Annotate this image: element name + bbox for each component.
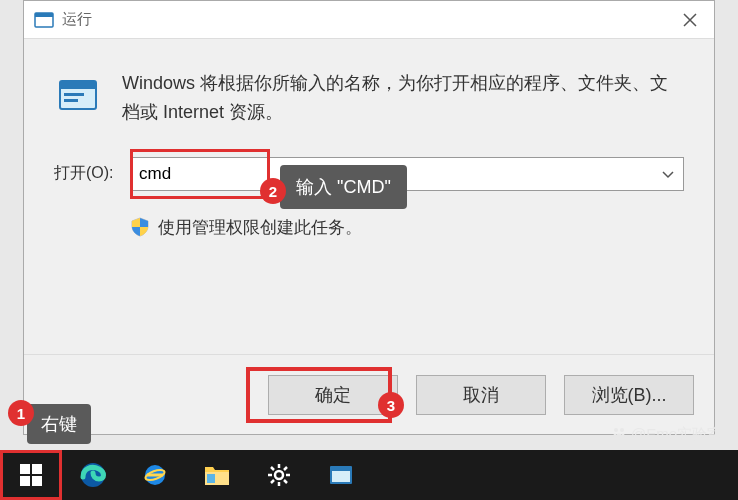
svg-line-26 <box>284 480 287 483</box>
run-dialog: 运行 Windows 将根据你所输入的名称，为你打开相应的程序、文件夹、文档或 … <box>23 0 715 435</box>
cancel-button[interactable]: 取消 <box>416 375 546 415</box>
svg-rect-11 <box>20 464 30 474</box>
annotation-badge-3: 3 <box>378 392 404 418</box>
titlebar: 运行 <box>24 1 714 39</box>
svg-rect-19 <box>207 474 215 483</box>
description-row: Windows 将根据你所输入的名称，为你打开相应的程序、文件夹、文档或 Int… <box>54 69 684 127</box>
watermark: @Emo实验室 <box>611 425 722 444</box>
svg-rect-3 <box>60 81 96 89</box>
ie-browser-icon[interactable] <box>124 450 186 500</box>
close-button[interactable] <box>666 1 714 39</box>
admin-note-text: 使用管理权限创建此任务。 <box>158 216 362 239</box>
svg-rect-13 <box>20 476 30 486</box>
svg-point-7 <box>620 428 624 432</box>
svg-rect-1 <box>35 13 53 17</box>
callout-input-cmd: 输入 "CMD" <box>280 165 407 209</box>
admin-note-row: 使用管理权限创建此任务。 <box>54 216 684 239</box>
svg-rect-30 <box>332 471 350 482</box>
start-button[interactable] <box>0 450 62 500</box>
callout-rightclick: 右键 <box>27 404 91 444</box>
browse-button[interactable]: 浏览(B)... <box>564 375 694 415</box>
svg-point-20 <box>275 471 283 479</box>
run-title-icon <box>34 12 54 28</box>
shield-icon <box>130 217 150 237</box>
file-explorer-icon[interactable] <box>186 450 248 500</box>
svg-line-27 <box>284 467 287 470</box>
dialog-content: Windows 将根据你所输入的名称，为你打开相应的程序、文件夹、文档或 Int… <box>24 39 714 259</box>
svg-rect-12 <box>32 464 42 474</box>
svg-point-10 <box>616 434 622 439</box>
svg-rect-4 <box>64 93 84 96</box>
open-label: 打开(O): <box>54 163 130 184</box>
taskbar <box>0 450 738 500</box>
dialog-title: 运行 <box>62 10 92 29</box>
run-icon <box>54 73 102 121</box>
edge-browser-icon[interactable] <box>62 450 124 500</box>
svg-rect-5 <box>64 99 78 102</box>
paw-icon <box>611 425 627 444</box>
annotation-badge-2: 2 <box>260 178 286 204</box>
open-combobox[interactable] <box>130 157 684 191</box>
svg-rect-14 <box>32 476 42 486</box>
svg-point-6 <box>614 428 618 432</box>
settings-icon[interactable] <box>248 450 310 500</box>
svg-line-25 <box>271 467 274 470</box>
combo-wrapper <box>130 157 684 191</box>
svg-line-28 <box>271 480 274 483</box>
button-bar: 确定 取消 浏览(B)... <box>24 354 714 434</box>
watermark-text: @Emo实验室 <box>631 425 722 444</box>
annotation-badge-1: 1 <box>8 400 34 426</box>
description-text: Windows 将根据你所输入的名称，为你打开相应的程序、文件夹、文档或 Int… <box>122 69 684 127</box>
run-taskbar-icon[interactable] <box>310 450 372 500</box>
